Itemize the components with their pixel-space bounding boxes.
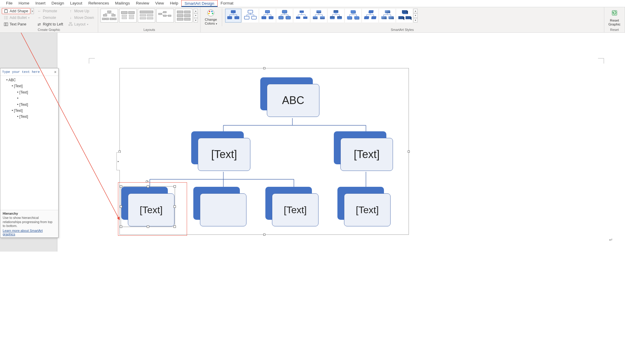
tab-file[interactable]: File bbox=[3, 0, 16, 7]
svg-rect-9 bbox=[4, 23, 6, 26]
svg-point-3 bbox=[4, 16, 5, 17]
svg-rect-44 bbox=[177, 11, 183, 13]
footer-link[interactable]: Learn more about SmartArt graphics bbox=[3, 229, 56, 236]
change-colors-button[interactable]: ChangeColors ▾ bbox=[202, 8, 219, 26]
layouts-scroll-up[interactable]: ▴ bbox=[194, 9, 198, 13]
layouts-more[interactable]: ▾ bbox=[194, 18, 198, 22]
svg-rect-13 bbox=[71, 25, 72, 25]
bullet-text: [Text] bbox=[20, 103, 28, 107]
reset-graphic-button[interactable]: ResetGraphic bbox=[606, 8, 623, 27]
svg-rect-100 bbox=[337, 16, 342, 19]
rtl-icon: ⇄ bbox=[37, 22, 41, 26]
style-thumb-11[interactable] bbox=[396, 9, 412, 22]
styles-more[interactable]: ▾ bbox=[413, 18, 418, 22]
svg-rect-72 bbox=[269, 16, 273, 19]
layout-thumb-2[interactable] bbox=[119, 9, 137, 22]
add-bullet-dropdown: ▾ bbox=[28, 16, 29, 19]
text-pane-label: Text Pane bbox=[10, 22, 26, 26]
svg-line-42 bbox=[162, 14, 163, 16]
arrow-down-icon: ↓ bbox=[68, 16, 73, 20]
svg-rect-108 bbox=[347, 16, 352, 19]
style-thumb-5[interactable] bbox=[294, 9, 310, 22]
style-thumb-7[interactable] bbox=[328, 9, 344, 22]
text-pane-icon bbox=[4, 22, 8, 26]
layout-thumb-1[interactable] bbox=[101, 9, 118, 22]
group-reset: ResetGraphic Reset bbox=[604, 7, 625, 32]
styles-scroll-down[interactable]: ▾ bbox=[413, 13, 418, 18]
style-thumb-8[interactable] bbox=[345, 9, 361, 22]
tab-smartart-design[interactable]: SmartArt Design bbox=[181, 0, 218, 7]
ribbon-body: Add Shape ▾ Add Bullet ▾ Text Pane bbox=[0, 7, 625, 33]
bullet-item[interactable]: • [Text] bbox=[3, 89, 56, 95]
tab-home[interactable]: Home bbox=[16, 0, 32, 7]
tab-format[interactable]: Format bbox=[218, 0, 237, 7]
tab-layout[interactable]: Layout bbox=[67, 0, 86, 7]
bullet-item[interactable]: • [Text] bbox=[3, 108, 56, 114]
layout-thumb-3[interactable] bbox=[138, 9, 155, 22]
tab-design[interactable]: Design bbox=[49, 0, 67, 7]
tab-references[interactable]: References bbox=[85, 0, 112, 7]
svg-rect-30 bbox=[129, 15, 134, 16]
svg-rect-57 bbox=[234, 16, 239, 19]
move-up-button: ↑ Move Up bbox=[66, 8, 96, 14]
svg-rect-49 bbox=[184, 18, 190, 20]
footer-desc: Use to show hierarchical relationships p… bbox=[3, 216, 56, 228]
tab-insert[interactable]: Insert bbox=[32, 0, 49, 7]
move-down-label: Move Down bbox=[74, 16, 94, 20]
rtl-label: Right to Left bbox=[43, 22, 63, 26]
style-thumb-1[interactable] bbox=[225, 9, 241, 22]
bullet-item[interactable]: • [Text] bbox=[3, 102, 56, 108]
bullet-text: [Text] bbox=[20, 90, 28, 94]
svg-rect-106 bbox=[351, 10, 355, 13]
style-thumb-2[interactable] bbox=[242, 9, 258, 22]
footer-title: Hierarchy bbox=[3, 212, 56, 215]
svg-point-51 bbox=[209, 11, 210, 12]
svg-rect-10 bbox=[6, 23, 8, 26]
svg-rect-18 bbox=[102, 18, 105, 20]
bullet-item[interactable]: • [Text] bbox=[3, 114, 56, 120]
add-shape-button[interactable]: Add Shape bbox=[2, 8, 30, 14]
style-thumb-4[interactable] bbox=[276, 9, 293, 22]
tab-view[interactable]: View bbox=[152, 0, 167, 7]
text-pane-body[interactable]: • ABC • [Text] • [Text] • • [Text] • [Te… bbox=[0, 76, 58, 121]
style-thumb-6[interactable] bbox=[311, 9, 327, 22]
right-to-left-button[interactable]: ⇄ Right to Left bbox=[35, 21, 65, 27]
style-thumb-9[interactable] bbox=[362, 9, 378, 22]
demote-button: → Demote bbox=[35, 15, 65, 21]
tab-review[interactable]: Review bbox=[133, 0, 152, 7]
palette-icon bbox=[207, 9, 215, 17]
svg-rect-33 bbox=[140, 14, 146, 16]
svg-rect-34 bbox=[147, 14, 153, 16]
add-shape-dropdown[interactable]: ▾ bbox=[31, 8, 34, 14]
text-pane-button[interactable]: Text Pane bbox=[2, 21, 34, 27]
layout-button: Layout ▾ bbox=[66, 21, 96, 27]
group-label-reset: Reset bbox=[606, 28, 623, 32]
style-thumb-3[interactable] bbox=[259, 9, 276, 22]
svg-rect-15 bbox=[107, 11, 111, 13]
change-colors-line2: Colors bbox=[205, 22, 215, 25]
group-smartart-styles: ChangeColors ▾ ▴ ▾ ▾ bbox=[201, 7, 604, 32]
text-pane-toggle[interactable]: ▸ bbox=[116, 152, 120, 170]
move-down-button: ↓ Move Down bbox=[66, 15, 96, 21]
bullet-item[interactable]: • bbox=[3, 95, 56, 101]
tab-mailings[interactable]: Mailings bbox=[112, 0, 133, 7]
layout-thumb-4[interactable] bbox=[156, 9, 174, 22]
layouts-scroll-down[interactable]: ▾ bbox=[194, 13, 198, 18]
close-icon[interactable]: ✕ bbox=[54, 70, 56, 74]
bullet-item[interactable]: • [Text] bbox=[3, 83, 56, 89]
svg-rect-46 bbox=[177, 14, 183, 17]
svg-rect-64 bbox=[252, 16, 256, 19]
bullet-item[interactable]: • ABC bbox=[3, 77, 56, 83]
move-up-label: Move Up bbox=[74, 9, 89, 13]
svg-rect-86 bbox=[303, 16, 308, 19]
svg-rect-29 bbox=[122, 17, 127, 19]
style-thumb-10[interactable] bbox=[379, 9, 395, 22]
svg-rect-63 bbox=[244, 16, 249, 19]
svg-rect-70 bbox=[266, 11, 269, 13]
layout-thumb-5[interactable] bbox=[175, 9, 192, 22]
smartart-frame[interactable]: ▸ ABC [Text] bbox=[119, 68, 409, 235]
text-pane-footer: Hierarchy Use to show hierarchical relat… bbox=[0, 210, 58, 237]
svg-point-52 bbox=[211, 11, 213, 12]
tab-help[interactable]: Help bbox=[167, 0, 181, 7]
styles-scroll-up[interactable]: ▴ bbox=[413, 9, 418, 13]
